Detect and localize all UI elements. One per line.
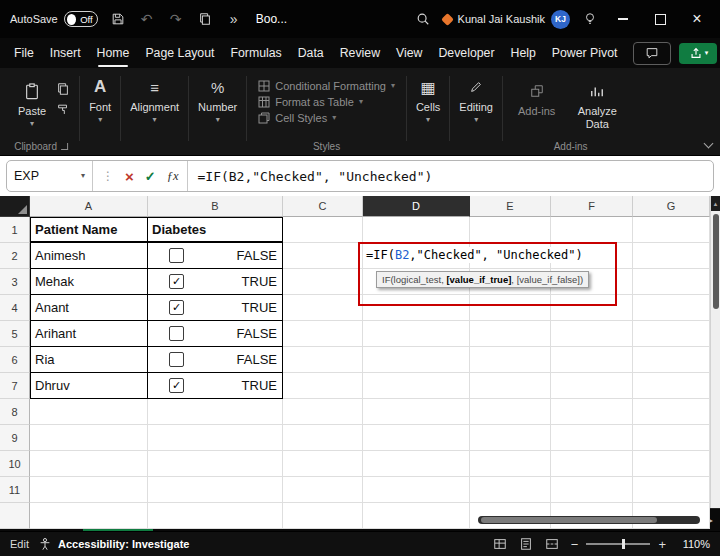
cell-g6[interactable] — [633, 347, 710, 373]
row-header-9[interactable]: 9 — [0, 425, 30, 451]
redo-icon[interactable]: ↷ — [167, 10, 185, 28]
editing-group-button[interactable]: Editing ▾ — [451, 70, 501, 155]
cell-a3[interactable]: Mehak — [30, 269, 148, 295]
cell-g8[interactable] — [633, 399, 710, 425]
cell-e5[interactable] — [470, 321, 551, 347]
cell-d7[interactable] — [363, 373, 470, 399]
cell-c9[interactable] — [283, 425, 363, 451]
cell-b12[interactable] — [148, 503, 283, 529]
column-header-d[interactable]: D — [363, 196, 470, 217]
tab-formulas[interactable]: Formulas — [230, 46, 281, 60]
select-all-corner[interactable] — [0, 196, 30, 217]
cell-b11[interactable] — [148, 477, 283, 503]
add-ins-button[interactable]: Add-ins — [510, 74, 563, 117]
cell-e4[interactable] — [470, 295, 551, 321]
column-header-g[interactable]: G — [633, 196, 710, 217]
cell-b5[interactable]: FALSE — [148, 321, 283, 347]
cell-g7[interactable] — [633, 373, 710, 399]
conditional-formatting-button[interactable]: Conditional Formatting ▾ — [258, 80, 395, 92]
column-header-a[interactable]: A — [30, 196, 148, 217]
autosave-toggle[interactable]: AutoSave Off — [10, 11, 98, 27]
minimize-button[interactable] — [610, 6, 636, 32]
cell-e9[interactable] — [470, 425, 551, 451]
cell-c4[interactable] — [283, 295, 363, 321]
undo-icon[interactable]: ↶ — [138, 10, 156, 28]
tab-home[interactable]: Home — [97, 46, 130, 60]
insert-function-icon[interactable]: ƒx — [167, 169, 179, 184]
cell-b9[interactable] — [148, 425, 283, 451]
cell-f6[interactable] — [551, 347, 633, 373]
zoom-out-icon[interactable]: − — [571, 537, 579, 552]
cell-g11[interactable] — [633, 477, 710, 503]
page-layout-view-icon[interactable] — [519, 537, 533, 551]
save-icon[interactable] — [109, 10, 127, 28]
tab-power-pivot[interactable]: Power Pivot — [552, 46, 618, 60]
page-break-view-icon[interactable] — [545, 537, 559, 551]
dialog-launcher-icon[interactable] — [61, 143, 68, 150]
vertical-scrollbar[interactable]: ▲ — [710, 196, 720, 508]
cell-d12[interactable] — [363, 503, 470, 529]
cell-a1[interactable]: Patient Name — [30, 217, 148, 243]
tab-data[interactable]: Data — [298, 46, 324, 60]
lightbulb-icon[interactable] — [581, 10, 599, 28]
row-header-4[interactable]: 4 — [0, 295, 30, 321]
tab-help[interactable]: Help — [511, 46, 536, 60]
cell-d10[interactable] — [363, 451, 470, 477]
cell-f1[interactable] — [551, 217, 633, 243]
cell-d3[interactable] — [363, 269, 470, 295]
row-header-1[interactable]: 1 — [0, 217, 30, 243]
copy-icon[interactable] — [196, 10, 214, 28]
diabetes-checkbox[interactable] — [169, 352, 184, 367]
cell-b7[interactable]: ✓TRUE — [148, 373, 283, 399]
cell-b3[interactable]: ✓TRUE — [148, 269, 283, 295]
row-header-10[interactable]: 10 — [0, 451, 30, 477]
cell-d11[interactable] — [363, 477, 470, 503]
cell-e2[interactable] — [470, 243, 551, 269]
tab-insert[interactable]: Insert — [50, 46, 81, 60]
row-header-12[interactable] — [0, 503, 30, 529]
formula-input[interactable]: =IF(B2,"Checked", "Unchecked") — [188, 161, 713, 191]
cell-g1[interactable] — [633, 217, 710, 243]
cell-a5[interactable]: Arihant — [30, 321, 148, 347]
cell-e6[interactable] — [470, 347, 551, 373]
cell-f7[interactable] — [551, 373, 633, 399]
cell-c2[interactable] — [283, 243, 363, 269]
copy-small-icon[interactable] — [56, 82, 70, 96]
diabetes-checkbox[interactable] — [169, 248, 184, 263]
zoom-in-icon[interactable]: + — [658, 537, 666, 552]
comments-button[interactable] — [633, 42, 671, 65]
format-as-table-button[interactable]: Format as Table ▾ — [258, 96, 395, 108]
diabetes-checkbox[interactable] — [169, 326, 184, 341]
cell-d6[interactable] — [363, 347, 470, 373]
cell-c6[interactable] — [283, 347, 363, 373]
cell-styles-button[interactable]: Cell Styles ▾ — [258, 112, 395, 124]
cell-f3[interactable] — [551, 269, 633, 295]
cell-d2[interactable] — [363, 243, 470, 269]
zoom-slider[interactable] — [586, 543, 650, 545]
format-painter-icon[interactable] — [56, 103, 70, 117]
cell-c11[interactable] — [283, 477, 363, 503]
cell-a10[interactable] — [30, 451, 148, 477]
cell-c7[interactable] — [283, 373, 363, 399]
cell-b2[interactable]: FALSE — [148, 243, 283, 269]
tab-developer[interactable]: Developer — [438, 46, 494, 60]
cells-group-button[interactable]: ▦ Cells ▾ — [408, 70, 448, 155]
cell-e3[interactable] — [470, 269, 551, 295]
cell-e10[interactable] — [470, 451, 551, 477]
autosave-switch[interactable]: Off — [64, 11, 98, 27]
accessibility-status[interactable]: Accessibility: Investigate — [38, 537, 189, 551]
cancel-icon[interactable]: × — [125, 169, 134, 184]
cell-a12[interactable] — [30, 503, 148, 529]
alignment-group-button[interactable]: ≡ Alignment ▾ — [122, 70, 187, 155]
cell-c12[interactable] — [283, 503, 363, 529]
horizontal-scroll-thumb[interactable] — [481, 517, 657, 523]
cell-a6[interactable]: Ria — [30, 347, 148, 373]
name-box[interactable]: EXP ▾ — [7, 161, 93, 191]
maximize-button[interactable] — [647, 6, 673, 32]
cell-b1[interactable]: Diabetes — [148, 217, 283, 243]
cell-c5[interactable] — [283, 321, 363, 347]
formula-bar-handle-icon[interactable]: ⋮ — [102, 169, 114, 183]
cell-b10[interactable] — [148, 451, 283, 477]
enter-icon[interactable]: ✓ — [145, 170, 156, 183]
cell-a11[interactable] — [30, 477, 148, 503]
